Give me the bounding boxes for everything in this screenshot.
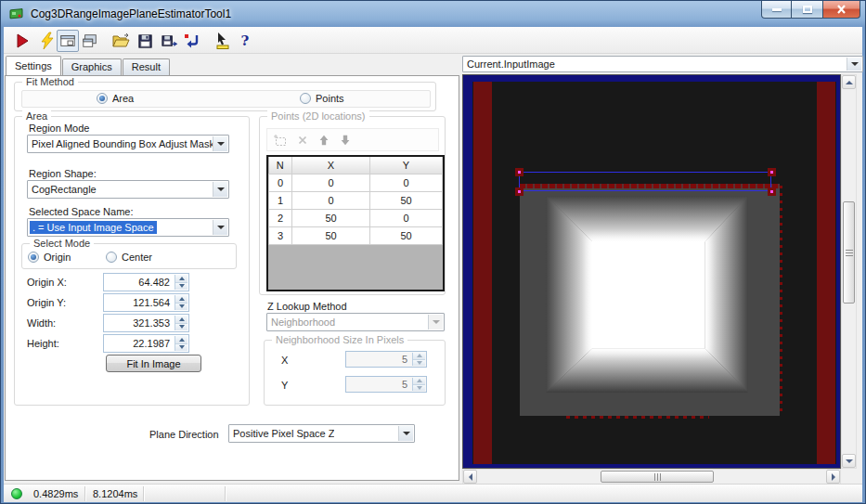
cell[interactable]: 50 <box>292 226 370 244</box>
origin-x-field[interactable]: 64.482 <box>103 273 189 291</box>
col-header-n[interactable]: N <box>269 157 292 174</box>
minimize-button[interactable] <box>761 1 792 19</box>
spinner[interactable] <box>412 378 425 391</box>
cell[interactable]: 3 <box>269 226 292 244</box>
image-display[interactable] <box>462 74 841 469</box>
help-icon: ? <box>241 32 250 49</box>
selected-space-combo[interactable]: . = Use Input Image Space <box>27 218 229 237</box>
neighborhood-y-field[interactable]: 5 <box>345 376 427 393</box>
cell[interactable]: 0 <box>269 174 292 191</box>
cell[interactable]: 2 <box>269 209 292 226</box>
cell[interactable]: 50 <box>292 209 370 226</box>
spinner[interactable] <box>412 353 425 366</box>
neighborhood-group: Neighborhood Size In Pixels X 5 Y 5 <box>264 340 446 406</box>
scroll-down-button[interactable] <box>842 454 856 468</box>
neighborhood-label: Neighborhood Size In Pixels <box>272 334 407 345</box>
reset-button[interactable] <box>180 30 202 52</box>
neighborhood-y-label: Y <box>281 380 288 391</box>
spinner[interactable] <box>174 336 187 351</box>
vertical-scroll-thumb[interactable] <box>843 201 855 304</box>
table-row[interactable]: 0 0 0 <box>269 174 443 191</box>
col-header-y[interactable]: Y <box>370 157 443 174</box>
roi-handle-top-left[interactable] <box>515 168 523 176</box>
dropdown-button[interactable] <box>398 426 413 441</box>
region-shape-combo[interactable]: CogRectangle <box>27 180 229 199</box>
open-button[interactable] <box>110 30 132 52</box>
width-field[interactable]: 321.353 <box>103 314 189 332</box>
cell[interactable]: 0 <box>292 191 370 209</box>
table-row[interactable]: 2 50 0 <box>269 209 443 226</box>
z-lookup-combo[interactable]: Neighborhood <box>266 313 445 331</box>
save-as-button[interactable] <box>158 30 180 52</box>
neighborhood-x-label: X <box>281 355 288 366</box>
cell[interactable]: 0 <box>292 174 370 191</box>
select-mode-origin-radio[interactable]: Origin <box>28 252 71 263</box>
region-shape-label: Region Shape: <box>29 168 97 179</box>
tab-graphics[interactable]: Graphics <box>62 58 122 75</box>
separator <box>225 486 226 501</box>
roi-rectangle[interactable] <box>519 172 771 191</box>
grip-icon <box>654 473 661 481</box>
tab-settings[interactable]: Settings <box>6 56 61 75</box>
fit-method-area-radio[interactable]: Area <box>97 93 134 104</box>
vertical-scrollbar[interactable] <box>841 74 857 469</box>
fit-method-points-radio[interactable]: Points <box>300 93 344 104</box>
points-table[interactable]: N X Y 0 0 0 1 0 50 2 <box>266 155 445 291</box>
cell[interactable]: 0 <box>370 174 443 191</box>
radio-icon <box>28 252 39 263</box>
help-button[interactable]: ? <box>234 30 256 52</box>
roi-handle-top-right[interactable] <box>768 168 776 176</box>
float-display-button[interactable] <box>79 30 101 52</box>
dropdown-button[interactable] <box>428 315 443 330</box>
cell[interactable]: 50 <box>370 191 443 209</box>
fit-method-label: Fit Method <box>22 76 78 87</box>
table-row[interactable]: 1 0 50 <box>269 191 443 209</box>
dropdown-button[interactable] <box>213 182 227 197</box>
roi-handle-bottom-right[interactable] <box>768 187 776 196</box>
scroll-right-button[interactable] <box>826 470 840 484</box>
electric-run-button[interactable] <box>36 30 58 52</box>
move-down-icon[interactable] <box>339 134 352 147</box>
fit-in-image-button[interactable]: Fit In Image <box>106 355 201 372</box>
height-field[interactable]: 22.1987 <box>103 334 189 353</box>
add-point-icon[interactable] <box>273 133 288 148</box>
maximize-button[interactable] <box>792 1 822 19</box>
table-row[interactable]: 3 50 50 <box>269 226 443 244</box>
origin-y-field[interactable]: 121.564 <box>103 293 189 312</box>
delete-point-icon[interactable] <box>296 134 309 147</box>
close-button[interactable] <box>822 1 860 19</box>
dropdown-button[interactable] <box>213 220 227 235</box>
cell[interactable]: 50 <box>370 226 443 244</box>
tab-result[interactable]: Result <box>123 58 170 75</box>
roi-handle-bottom-left[interactable] <box>515 187 523 196</box>
region-mode-combo[interactable]: Pixel Aligned Bounding Box Adjust Mask <box>27 135 229 153</box>
select-mode-center-radio[interactable]: Center <box>106 252 152 263</box>
col-header-x[interactable]: X <box>292 157 370 174</box>
scroll-left-button[interactable] <box>463 470 477 484</box>
scroll-up-button[interactable] <box>842 75 856 89</box>
run-button[interactable] <box>11 30 33 52</box>
dropdown-button[interactable] <box>847 58 861 71</box>
spin-up-icon <box>179 317 185 321</box>
plane-direction-combo[interactable]: Positive Pixel Space Z <box>228 424 415 443</box>
cell[interactable]: 1 <box>269 191 292 209</box>
spinner[interactable] <box>174 295 187 310</box>
dropdown-button[interactable] <box>213 136 227 151</box>
spinner[interactable] <box>174 275 187 290</box>
horizontal-scroll-thumb[interactable] <box>601 471 714 483</box>
neighborhood-x-field[interactable]: 5 <box>345 351 427 368</box>
origin-y-label: Origin Y: <box>27 297 66 308</box>
title-bar[interactable]: Cog3DRangeImagePlaneEstimatorTool1 <box>1 1 865 27</box>
maximize-icon <box>803 6 812 13</box>
horizontal-scrollbar[interactable] <box>462 469 841 485</box>
cell[interactable]: 0 <box>370 209 443 226</box>
display-source-combo[interactable]: Current.InputImage <box>462 56 863 72</box>
show-image-display-button[interactable] <box>57 30 79 52</box>
range-image[interactable] <box>472 82 836 464</box>
save-button[interactable] <box>134 30 156 52</box>
origin-y-value: 121.564 <box>133 297 170 308</box>
radio-icon <box>300 93 311 104</box>
move-up-icon[interactable] <box>317 134 330 147</box>
probe-tool-button[interactable] <box>212 30 234 52</box>
spinner[interactable] <box>174 316 187 330</box>
